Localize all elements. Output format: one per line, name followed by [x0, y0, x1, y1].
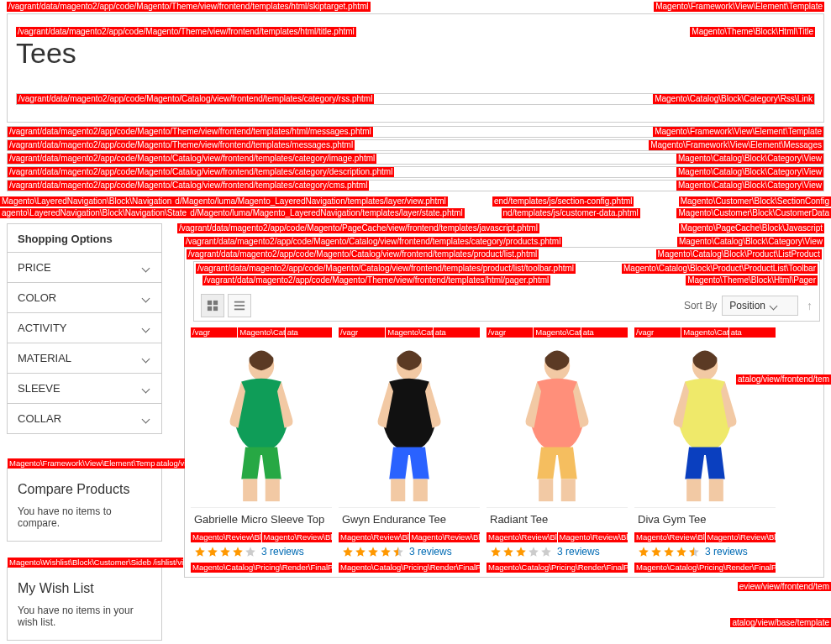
hint-category-cms-class: Magento\Catalog\Block\Category\View [676, 181, 823, 191]
filter-item-price[interactable]: PRICE [8, 252, 161, 282]
sort-by-value: Position [729, 300, 765, 312]
compare-title: Compare Products [18, 482, 151, 497]
svg-rect-9 [266, 479, 280, 502]
product-reviews-link[interactable]: 3 reviews [705, 546, 748, 558]
hint-toolbar-class: Magento\Catalog\Block\Product\ProductLis… [622, 264, 818, 274]
hint-review-right: Magento\Review\Block\Product\Review\Rend… [410, 532, 481, 542]
product-name[interactable]: Gabrielle Micro Sleeve Top [191, 507, 332, 532]
chevron-down-icon [143, 264, 151, 272]
hint-category-cms: /vagrant/data/magento2/app/code/Magento/… [8, 181, 369, 191]
filter-label: ACTIVITY [18, 322, 67, 334]
filter-label: MATERIAL [18, 352, 71, 364]
hint-category-products-class: Magento\Catalog\Block\Category\View [677, 237, 824, 247]
hint-skiptarget-class: Magento\Framework\View\Element\Template [654, 2, 824, 12]
hint-product-image-right: ata [729, 327, 776, 338]
hint-messages: /vagrant/data/magento2/app/code/Magento/… [8, 140, 355, 150]
svg-rect-3 [213, 306, 218, 311]
filter-item-material[interactable]: MATERIAL [8, 343, 161, 373]
view-mode-list[interactable] [228, 294, 251, 317]
product-rating-stars [490, 546, 552, 558]
svg-rect-18 [686, 479, 701, 502]
filter-heading: Shopping Options [8, 224, 161, 252]
chevron-down-icon [143, 324, 151, 332]
hint-product-image-class: Magento\Catalog\Block\Product\Image [238, 327, 284, 338]
svg-rect-5 [234, 305, 245, 306]
edge-hint-catalog-2: atalog/view/base/template [730, 618, 831, 627]
svg-rect-4 [234, 301, 245, 303]
hint-wishlist-class: Magento\Wishlist\Block\Customer\Sidebar [8, 558, 151, 568]
hint-product-image-class: Magento\Catalog\Block\Product\Image [534, 327, 580, 338]
hint-messages-html-class: Magento\Framework\View\Element\Template [653, 127, 823, 137]
product-rating-stars [638, 546, 700, 558]
product-image[interactable] [191, 339, 332, 507]
sort-by-label: Sort By [684, 300, 717, 312]
product-card[interactable]: /vagr Magento\Catalog\Block\Product\Imag… [190, 327, 333, 575]
product-name[interactable]: Radiant Tee [487, 507, 628, 532]
product-card[interactable]: /vagr Magento\Catalog\Block\Product\Imag… [634, 327, 776, 575]
product-reviews-link[interactable]: 3 reviews [261, 546, 304, 558]
hint-nav1-mid: d/Magento/luma/Magento_LayeredNavigation… [173, 196, 447, 207]
product-reviews-link[interactable]: 3 reviews [409, 546, 452, 558]
compare-block: Magento\Framework\View\Element\Template … [7, 468, 162, 542]
hint-review-left: Magento\Review\Block\Product\ReviewRende… [487, 532, 557, 542]
hint-category-products: /vagrant/data/magento2/app/code/Magento/… [184, 237, 562, 247]
filter-label: PRICE [18, 261, 51, 274]
sort-by-select[interactable]: Position [722, 296, 798, 316]
edge-hint-review: eview/view/frontend/tem [738, 582, 831, 591]
edge-hint-catalog-1: atalog/view/frontend/tem [736, 374, 831, 385]
chevron-down-icon [143, 415, 151, 423]
svg-rect-19 [709, 479, 723, 502]
chevron-down-icon [143, 354, 151, 363]
svg-rect-0 [208, 301, 212, 305]
product-image[interactable] [634, 339, 776, 507]
product-name[interactable]: Gwyn Endurance Tee [339, 507, 480, 532]
hint-review-right: Magento\Review\Block\Product\Review\Rend… [706, 532, 776, 542]
product-name[interactable]: Diva Gym Tee [634, 507, 776, 532]
sort-direction-toggle[interactable]: ↑ [807, 299, 813, 312]
hint-product-image-class: Magento\Catalog\Block\Product\Image [386, 327, 432, 338]
svg-rect-11 [391, 479, 405, 502]
hint-messages-html: /vagrant/data/magento2/app/code/Magento/… [8, 127, 373, 137]
svg-rect-8 [243, 479, 257, 502]
svg-rect-6 [234, 309, 245, 311]
hint-product-image-left: /vagr [191, 327, 237, 338]
hint-nav2-mid2: nd/templates/js/customer-data.phtml [502, 208, 640, 218]
hint-review-right: Magento\Review\Block\Product\Review\Rend… [262, 532, 333, 542]
hint-price-class: Magento\Catalog\Pricing\Render\FinalPric… [487, 563, 628, 573]
hint-product-image-class: Magento\Catalog\Block\Product\Image [681, 327, 728, 338]
hint-nav1-left: Magento\LayeredNavigation\Block\Navigati… [0, 196, 173, 207]
hint-review-right: Magento\Review\Block\Product\Review\Rend… [558, 532, 629, 542]
hint-nav2-right: Magento\Customer\Block\CustomerData [676, 208, 831, 218]
filter-label: COLLAR [18, 412, 61, 425]
product-card[interactable]: /vagr Magento\Catalog\Block\Product\Imag… [338, 327, 481, 575]
hint-product-image-right: ata [434, 327, 480, 338]
hint-title-path: /vagrant/data/magento2/app/code/Magento/… [16, 27, 356, 37]
product-reviews-link[interactable]: 3 reviews [557, 546, 600, 558]
hint-title-class: Magento\Theme\Block\Html\Title [690, 27, 815, 37]
chevron-down-icon [771, 301, 779, 310]
title-block: /vagrant/data/magento2/app/code/Magento/… [7, 13, 824, 123]
hint-toolbar: /vagrant/data/magento2/app/code/Magento/… [196, 264, 576, 274]
view-mode-grid[interactable] [201, 294, 224, 317]
svg-rect-16 [561, 479, 576, 502]
hint-product-image-right: ata [581, 327, 628, 338]
hint-rss-path: /vagrant/data/magento2/app/code/Magento/… [17, 94, 374, 104]
filter-item-sleeve[interactable]: SLEEVE [8, 373, 161, 403]
hint-product-list-class: Magento\Catalog\Block\Product\ListProduc… [656, 249, 822, 259]
hint-price-class: Magento\Catalog\Pricing\Render\FinalPric… [191, 563, 332, 573]
hint-price-class: Magento\Catalog\Pricing\Render\FinalPric… [634, 563, 776, 573]
hint-compare-class: Magento\Framework\View\Element\Template [8, 458, 155, 469]
hint-product-image-left: /vagr [339, 327, 385, 338]
product-image[interactable] [487, 339, 628, 507]
wishlist-empty-text: You have no items in your wish list. [18, 605, 151, 628]
filter-item-collar[interactable]: COLLAR [8, 403, 161, 433]
hint-pager: /vagrant/data/magento2/app/code/Magento/… [202, 275, 550, 285]
hint-category-description: /vagrant/data/magento2/app/code/Magento/… [8, 167, 394, 177]
hint-product-list: /vagrant/data/magento2/app/code/Magento/… [187, 249, 539, 259]
filter-item-color[interactable]: COLOR [8, 282, 161, 312]
product-card[interactable]: /vagr Magento\Catalog\Block\Product\Imag… [486, 327, 629, 575]
filter-item-activity[interactable]: ACTIVITY [8, 312, 161, 343]
hint-pager-class: Magento\Theme\Block\Html\Pager [686, 275, 818, 285]
product-image[interactable] [339, 339, 480, 507]
wishlist-block: Magento\Wishlist\Block\Customer\Sidebar … [7, 567, 162, 641]
